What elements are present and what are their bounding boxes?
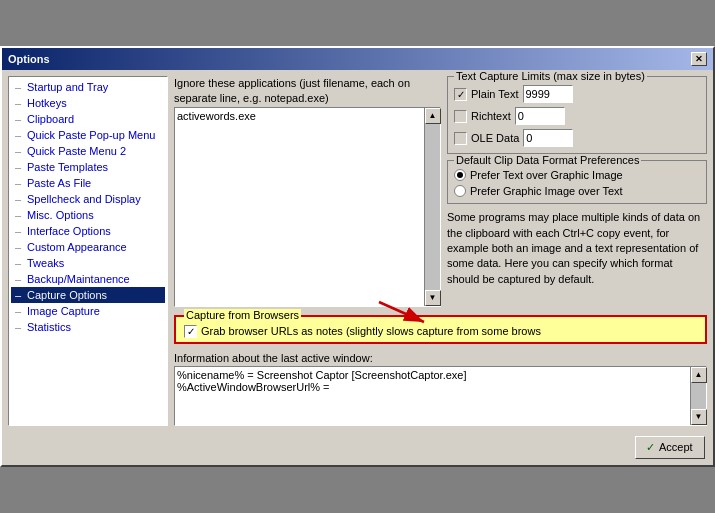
ignore-apps-section: Ignore these applications (just filename… [174, 76, 441, 307]
info-scroll-down[interactable]: ▼ [691, 409, 707, 425]
sidebar-item-8[interactable]: Misc. Options [11, 207, 165, 223]
window-title: Options [8, 53, 50, 65]
info-scroll-up[interactable]: ▲ [691, 367, 707, 383]
sidebar-item-3[interactable]: Quick Paste Pop-up Menu [11, 127, 165, 143]
richtext-label: Richtext [471, 110, 511, 122]
richtext-row: Richtext [454, 107, 700, 125]
default-clip-group: Default Clip Data Format Preferences Pre… [447, 160, 707, 204]
ignore-apps-textarea[interactable] [175, 108, 440, 306]
richtext-input[interactable] [515, 107, 565, 125]
sidebar-item-11[interactable]: Tweaks [11, 255, 165, 271]
info-scrollbar[interactable]: ▲ ▼ [690, 367, 706, 425]
prefer-graphic-radio[interactable] [454, 185, 466, 197]
ole-data-label: OLE Data [471, 132, 519, 144]
sidebar-item-14[interactable]: Image Capture [11, 303, 165, 319]
sidebar-item-15[interactable]: Statistics [11, 319, 165, 335]
info-textarea-container: ▲ ▼ [174, 366, 707, 426]
info-section: Information about the last active window… [174, 352, 707, 426]
accept-check-icon: ✓ [646, 441, 655, 454]
plain-text-input[interactable] [523, 85, 573, 103]
grab-urls-checkbox[interactable] [184, 325, 197, 338]
sidebar-item-5[interactable]: Paste Templates [11, 159, 165, 175]
default-clip-title: Default Clip Data Format Preferences [454, 154, 641, 166]
top-section: Ignore these applications (just filename… [174, 76, 707, 307]
sidebar-item-6[interactable]: Paste As File [11, 175, 165, 191]
info-scroll-track[interactable] [691, 383, 706, 409]
capture-section-wrapper: Capture from Browsers Grab browser URLs … [174, 315, 707, 344]
sidebar-item-4[interactable]: Quick Paste Menu 2 [11, 143, 165, 159]
close-button[interactable]: ✕ [691, 52, 707, 66]
sidebar-item-13[interactable]: Capture Options [11, 287, 165, 303]
plain-text-row: Plain Text [454, 85, 700, 103]
ignore-apps-textarea-container: ▲ ▼ [174, 107, 441, 307]
plain-text-checkbox[interactable] [454, 88, 467, 101]
ignore-apps-scrollbar[interactable]: ▲ ▼ [424, 108, 440, 306]
capture-browsers-title: Capture from Browsers [184, 309, 301, 321]
sidebar-item-1[interactable]: Hotkeys [11, 95, 165, 111]
prefer-graphic-label: Prefer Graphic Image over Text [470, 185, 623, 197]
sidebar: Startup and TrayHotkeysClipboardQuick Pa… [8, 76, 168, 426]
window-body: Startup and TrayHotkeysClipboardQuick Pa… [2, 70, 713, 432]
accept-button[interactable]: ✓ Accept [635, 436, 705, 459]
grab-urls-row: Grab browser URLs as notes (slightly slo… [184, 325, 697, 338]
prefer-text-row: Prefer Text over Graphic Image [454, 169, 700, 181]
title-bar-buttons: ✕ [691, 52, 707, 66]
scroll-track[interactable] [425, 124, 440, 290]
right-section: Text Capture Limits (max size in bytes) … [447, 76, 707, 307]
ignore-apps-label: Ignore these applications (just filename… [174, 76, 441, 105]
ole-data-row: OLE Data [454, 129, 700, 147]
accept-label: Accept [659, 441, 693, 453]
grab-urls-label: Grab browser URLs as notes (slightly slo… [201, 325, 541, 337]
sidebar-item-9[interactable]: Interface Options [11, 223, 165, 239]
sidebar-item-7[interactable]: Spellcheck and Display [11, 191, 165, 207]
title-bar: Options ✕ [2, 48, 713, 70]
bottom-bar: ✓ Accept [2, 432, 713, 465]
richtext-checkbox[interactable] [454, 110, 467, 123]
svg-line-1 [379, 302, 424, 322]
sidebar-item-2[interactable]: Clipboard [11, 111, 165, 127]
plain-text-label: Plain Text [471, 88, 519, 100]
ole-data-input[interactable] [523, 129, 573, 147]
text-capture-limits-group: Text Capture Limits (max size in bytes) … [447, 76, 707, 154]
options-dialog: Options ✕ Startup and TrayHotkeysClipboa… [0, 46, 715, 467]
info-label: Information about the last active window… [174, 352, 707, 364]
description-text: Some programs may place multiple kinds o… [447, 210, 707, 287]
scroll-up-btn[interactable]: ▲ [425, 108, 441, 124]
sidebar-item-0[interactable]: Startup and Tray [11, 79, 165, 95]
sidebar-item-12[interactable]: Backup/Maintanence [11, 271, 165, 287]
main-content: Ignore these applications (just filename… [174, 76, 707, 426]
capture-browsers-box: Capture from Browsers Grab browser URLs … [174, 315, 707, 344]
arrow-indicator [374, 297, 434, 329]
info-textarea[interactable] [175, 367, 690, 425]
text-capture-limits-title: Text Capture Limits (max size in bytes) [454, 70, 647, 82]
prefer-text-label: Prefer Text over Graphic Image [470, 169, 623, 181]
prefer-text-radio[interactable] [454, 169, 466, 181]
prefer-graphic-row: Prefer Graphic Image over Text [454, 185, 700, 197]
sidebar-item-10[interactable]: Custom Appearance [11, 239, 165, 255]
ole-data-checkbox[interactable] [454, 132, 467, 145]
